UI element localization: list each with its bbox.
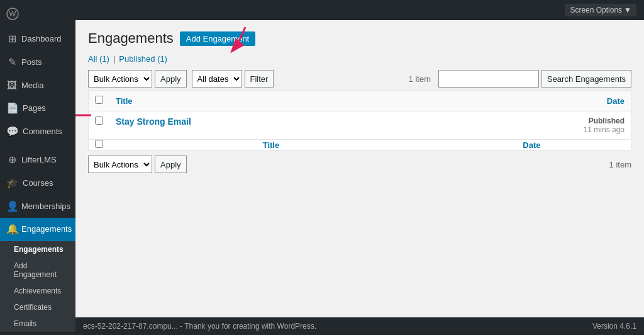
- apply-button-top[interactable]: Apply: [155, 70, 187, 88]
- col-title-footer: Title: [109, 140, 433, 150]
- svg-text:W: W: [9, 9, 16, 18]
- page-header-wrapper: Engagements Add Engagement: [88, 30, 631, 47]
- dashboard-icon: ⊞: [6, 33, 18, 46]
- sidebar-sub-item-emails[interactable]: Emails: [0, 315, 75, 332]
- sidebar-item-courses[interactable]: 🎓 Courses: [0, 172, 75, 195]
- sidebar-sub-item-achievements[interactable]: Achievements: [0, 283, 75, 299]
- lifterlms-icon: ⊕: [6, 154, 18, 167]
- pages-icon: 📄: [6, 102, 19, 115]
- sidebar-sub-item-engagements[interactable]: Engagements: [0, 241, 75, 258]
- engagements-submenu: Engagements Add Engagement Achievements …: [0, 241, 75, 332]
- col-date-link[interactable]: Date: [607, 96, 625, 106]
- topbar: Screen Options ▼: [75, 0, 644, 20]
- table-row: Stay Strong Email Published 11 mins ago: [89, 111, 631, 140]
- filter-button[interactable]: Filter: [245, 70, 274, 88]
- bottom-controls-row: Bulk Actions Apply 1 item: [88, 156, 631, 173]
- dates-select[interactable]: All dates: [192, 70, 242, 88]
- sidebar-item-dashboard[interactable]: ⊞ Dashboard: [0, 28, 75, 51]
- bottombar: ecs-52-202-217-87.compu... - Thank you f…: [75, 317, 644, 335]
- top-controls-wrapper: Bulk Actions Apply All dates Filter 1 it…: [88, 70, 631, 88]
- col-title-header: Title: [109, 91, 433, 111]
- top-controls-row: Bulk Actions Apply All dates Filter 1 it…: [88, 70, 631, 88]
- sidebar-item-media[interactable]: 🖼 Media: [0, 74, 75, 98]
- screen-options-button[interactable]: Screen Options ▼: [565, 4, 636, 16]
- memberships-icon: 👤: [6, 200, 18, 213]
- table-footer-row: Title Date: [89, 140, 631, 150]
- row-checkbox[interactable]: [95, 116, 103, 125]
- col-date-footer: Date: [433, 140, 631, 150]
- col-date-footer-link[interactable]: Date: [523, 140, 540, 150]
- bulk-actions-select-bottom[interactable]: Bulk Actions: [88, 156, 152, 173]
- row-title-cell: Stay Strong Email: [109, 111, 433, 140]
- sidebar-item-label: Pages: [23, 103, 46, 114]
- sidebar-sub-item-certificates[interactable]: Certificates: [0, 299, 75, 315]
- table-header-row: Title Date: [89, 91, 631, 111]
- sidebar-item-label: Engagements: [21, 224, 72, 235]
- sidebar-item-label: Dashboard: [21, 34, 62, 45]
- items-count-bottom: 1 item: [609, 160, 631, 169]
- date-time: 11 mins ago: [584, 125, 625, 134]
- search-area: Search Engagements: [438, 70, 631, 88]
- main-area: Screen Options ▼ Engagements Add Engagem…: [75, 0, 644, 335]
- col-cb-footer: [89, 140, 110, 150]
- date-status: Published: [589, 116, 625, 125]
- page-title: Engagements: [88, 30, 174, 47]
- col-title-link[interactable]: Title: [116, 96, 133, 106]
- sidebar-item-label: Comments: [23, 127, 62, 137]
- sidebar-item-memberships[interactable]: 👤 Memberships: [0, 195, 75, 219]
- col-cb-header: [89, 91, 110, 111]
- screen-options-arrow-icon: ▼: [624, 6, 631, 14]
- row-date-cell: Published 11 mins ago: [433, 111, 631, 140]
- sidebar-item-posts[interactable]: ✎ Posts: [0, 51, 75, 74]
- wp-logo[interactable]: W: [0, 0, 75, 28]
- search-input[interactable]: [438, 70, 539, 88]
- courses-icon: 🎓: [6, 177, 19, 190]
- bottombar-version: Version 4.6.1: [592, 322, 636, 331]
- select-all-checkbox-top[interactable]: [95, 96, 103, 104]
- select-all-checkbox-bottom[interactable]: [95, 140, 103, 148]
- filter-tab-all[interactable]: All (1): [88, 54, 109, 64]
- comments-icon: 💬: [6, 125, 19, 139]
- sidebar-item-label: Media: [21, 81, 43, 91]
- wp-logo-icon: W: [6, 8, 19, 20]
- media-icon: 🖼: [6, 79, 18, 93]
- add-engagement-button[interactable]: Add Engagement: [180, 31, 255, 46]
- post-title-link[interactable]: Stay Strong Email: [116, 116, 191, 127]
- engagements-table-wrapper: Title Date Stay Strong Email: [88, 90, 631, 150]
- row-checkbox-cell: [89, 111, 110, 140]
- filter-tabs: All (1) | Published (1): [88, 54, 631, 64]
- sidebar-item-label: Posts: [21, 57, 42, 68]
- col-date-header: Date: [433, 91, 631, 111]
- sidebar-item-lifterlms[interactable]: ⊕ LifterLMS: [0, 149, 75, 172]
- sidebar-item-label: Courses: [23, 178, 53, 189]
- sidebar-item-comments[interactable]: 💬 Comments: [0, 120, 75, 144]
- engagements-table: Title Date Stay Strong Email: [88, 90, 631, 150]
- sidebar: W ⊞ Dashboard ✎ Posts 🖼 Media 📄 Pages 💬 …: [0, 0, 75, 335]
- col-title-footer-link[interactable]: Title: [263, 140, 280, 150]
- items-count-top: 1 item: [409, 74, 431, 84]
- sidebar-sub-item-add-engagement[interactable]: Add Engagement: [0, 258, 75, 283]
- page-header: Engagements Add Engagement: [88, 30, 631, 47]
- bottombar-left: ecs-52-202-217-87.compu... - Thank you f…: [83, 322, 316, 331]
- engagements-icon: 🔔: [6, 223, 18, 236]
- apply-button-bottom[interactable]: Apply: [155, 156, 187, 173]
- posts-icon: ✎: [6, 56, 18, 69]
- bulk-actions-select-top[interactable]: Bulk Actions: [88, 70, 152, 88]
- content-area: Engagements Add Engagement All (1) | Pub…: [75, 20, 644, 317]
- sidebar-item-label: LifterLMS: [21, 155, 57, 166]
- sidebar-item-engagements[interactable]: 🔔 Engagements: [0, 218, 75, 241]
- filter-tab-published[interactable]: Published (1): [119, 54, 167, 64]
- sidebar-item-pages[interactable]: 📄 Pages: [0, 97, 75, 120]
- sidebar-item-label: Memberships: [21, 202, 70, 212]
- search-button[interactable]: Search Engagements: [541, 70, 631, 88]
